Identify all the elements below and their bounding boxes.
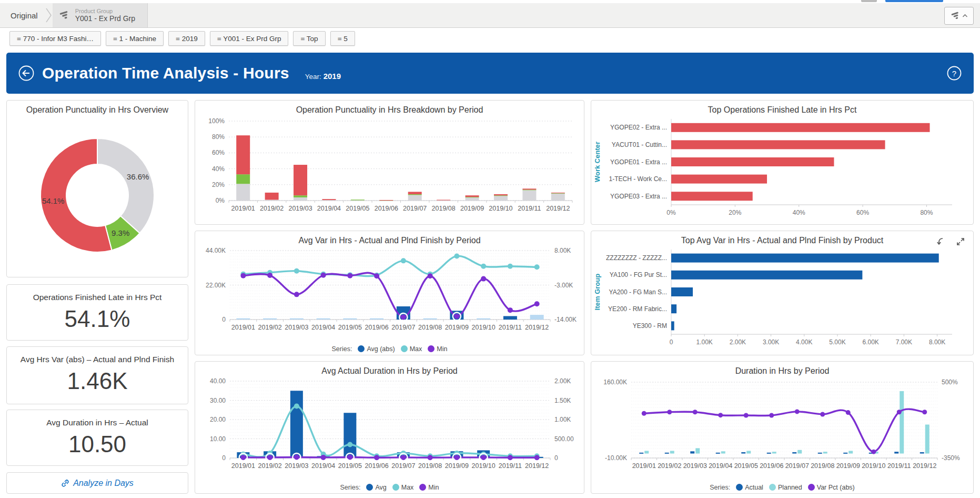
svg-text:9.3%: 9.3%: [112, 228, 129, 237]
svg-text:2019/04: 2019/04: [311, 462, 335, 470]
legend-dot-icon: [736, 484, 743, 491]
drill-down-icon[interactable]: [934, 235, 947, 248]
filter-chip[interactable]: = 770 - Infor M3 Fashi…: [9, 31, 101, 46]
svg-text:2019/03: 2019/03: [285, 324, 308, 331]
breakdown-stacked-bar-chart[interactable]: 0%20%40%60%80%100%2019/012019/022019/032…: [195, 115, 583, 224]
svg-text:2019/01: 2019/01: [231, 324, 255, 331]
svg-text:2019/01: 2019/01: [231, 205, 255, 212]
kpi-value: 10.50: [7, 431, 188, 457]
cutoff-button: [885, 0, 943, 2]
filter-chip[interactable]: = Top: [293, 31, 325, 46]
back-icon[interactable]: [18, 65, 35, 82]
dashboard-menu-button[interactable]: [944, 7, 974, 25]
svg-text:YA200 - FG Man S...: YA200 - FG Man S...: [609, 288, 667, 296]
legend-prefix: Series:: [710, 484, 730, 491]
filter-chip[interactable]: = 2019: [168, 31, 205, 46]
svg-text:2019/10: 2019/10: [472, 462, 496, 470]
svg-text:2019/01: 2019/01: [632, 462, 656, 470]
svg-text:Work Center: Work Center: [593, 142, 601, 182]
avg-duration-combo-chart[interactable]: 40.0030.0020.0010.0002.00K1.50K1.00K500.…: [195, 376, 583, 479]
card-top-avg-var-by-product: Top Avg Var in Hrs - Actual and Plnd Fin…: [591, 231, 974, 355]
svg-text:YE300 - RM: YE300 - RM: [633, 322, 667, 330]
svg-text:2019/07: 2019/07: [391, 462, 415, 470]
legend-item-label: Avg (abs): [367, 345, 395, 353]
chart-title: Duration in Hrs by Period: [591, 362, 973, 376]
card-analyze-link: Analyze in Days: [6, 472, 188, 494]
card-punctuality-overview: Operation Punctuality in Hrs Overview 36…: [6, 100, 188, 277]
svg-text:2019/11: 2019/11: [887, 462, 911, 470]
svg-text:3.00K: 3.00K: [763, 338, 779, 346]
svg-text:2.00K: 2.00K: [730, 338, 746, 346]
cutoff-element: [861, 0, 877, 2]
infor-logo-icon: [951, 11, 961, 21]
avg-var-combo-chart[interactable]: 44.00K22.00K08.00K-3.00K-14.00K2019/0120…: [195, 245, 583, 341]
svg-text:500.00: 500.00: [554, 435, 574, 443]
svg-text:-350%: -350%: [942, 454, 960, 462]
svg-text:2019/03: 2019/03: [683, 462, 707, 470]
svg-text:8.00K: 8.00K: [929, 338, 945, 346]
svg-text:-14.00K: -14.00K: [554, 316, 577, 323]
svg-text:2019/12: 2019/12: [546, 205, 570, 212]
expand-icon[interactable]: [954, 235, 967, 248]
card-breakdown-by-period: Operation Punctuality in Hrs Breakdown b…: [195, 100, 584, 225]
filter-chip[interactable]: = Y001 - Ex Prd Grp: [210, 31, 289, 46]
card-kpi-late-pct: Operations Finished Late in Hrs Pct 54.1…: [6, 284, 188, 341]
svg-text:2019/05: 2019/05: [734, 462, 758, 470]
svg-text:100%: 100%: [208, 117, 225, 125]
svg-text:2019/08: 2019/08: [418, 324, 442, 331]
chart-legend: Series:AvgMaxMin: [195, 484, 584, 491]
chart-legend: Series:Avg (abs)MaxMin: [195, 345, 584, 353]
svg-text:2019/09: 2019/09: [460, 205, 484, 212]
legend-item-label: Max: [410, 345, 422, 353]
svg-text:-3.00K: -3.00K: [554, 282, 573, 289]
chart-title: Avg Var in Hrs - Actual and Plnd Finish …: [195, 231, 584, 245]
card-avg-actual-duration: Avg Actual Duration in Hrs by Period 40.…: [195, 361, 584, 494]
svg-text:2019/03: 2019/03: [285, 462, 308, 470]
breadcrumb-item-current[interactable]: Product Group Y001 - Ex Prd Grp: [53, 3, 148, 27]
svg-text:-10.00K: -10.00K: [605, 454, 627, 462]
svg-text:6.00K: 6.00K: [862, 338, 878, 346]
page-title: Operation Time Analysis - Hours: [42, 64, 289, 82]
duration-combo-chart[interactable]: 160.00K-10.00K500%-350%2019/012019/02201…: [591, 376, 972, 479]
svg-text:0: 0: [222, 316, 226, 323]
analyze-in-days-link[interactable]: Analyze in Days: [7, 473, 188, 493]
svg-text:40%: 40%: [212, 165, 225, 173]
filter-chip[interactable]: = 1 - Machine: [106, 31, 164, 46]
legend-item-label: Max: [401, 484, 414, 491]
svg-text:1.00K: 1.00K: [554, 416, 571, 423]
top-avg-var-hbar-chart[interactable]: 01.00K2.00K3.00K4.00K5.00K6.00K7.00K8.00…: [591, 245, 972, 352]
svg-text:36.6%: 36.6%: [127, 172, 149, 181]
svg-text:44.00K: 44.00K: [206, 247, 226, 254]
svg-text:2019/02: 2019/02: [658, 462, 681, 470]
chart-title: Top Operations Finished Late in Hrs Pct: [591, 101, 973, 115]
svg-text:YE200 - RM Fabric...: YE200 - RM Fabric...: [608, 305, 667, 313]
legend-dot-icon: [419, 484, 426, 491]
svg-text:500%: 500%: [942, 379, 958, 386]
punctuality-overview-donut-chart[interactable]: 36.6%9.3%54.1%: [7, 115, 188, 273]
svg-text:2019/10: 2019/10: [472, 324, 496, 331]
svg-text:20.00: 20.00: [210, 416, 226, 423]
legend-item-label: Var Pct (abs): [817, 484, 855, 491]
svg-text:0: 0: [670, 338, 673, 346]
chart-legend: Series:ActualPlannedVar Pct (abs): [591, 484, 973, 491]
svg-text:2019/09: 2019/09: [445, 324, 469, 331]
svg-text:54.1%: 54.1%: [42, 196, 65, 205]
svg-text:2019/06: 2019/06: [375, 205, 398, 212]
svg-text:2019/02: 2019/02: [258, 324, 282, 331]
svg-text:2019/12: 2019/12: [913, 462, 936, 470]
kpi-title: Avg Duration in Hrs – Actual: [7, 418, 188, 427]
filter-chip[interactable]: = 5: [330, 31, 355, 46]
svg-text:2019/02: 2019/02: [258, 462, 282, 470]
svg-text:YGOPE02 - Extra ...: YGOPE02 - Extra ...: [610, 124, 667, 131]
top-late-hbar-chart[interactable]: 0%20%40%60%80%YGOPE02 - Extra ...YACUT01…: [591, 115, 972, 223]
svg-text:160.00K: 160.00K: [603, 379, 627, 386]
svg-text:2019/10: 2019/10: [489, 205, 512, 212]
breadcrumb-item-original[interactable]: Original: [0, 3, 45, 27]
svg-text:80%: 80%: [920, 209, 933, 216]
svg-text:2019/06: 2019/06: [365, 324, 389, 331]
svg-text:2019/06: 2019/06: [365, 462, 389, 470]
svg-text:ZZZZZZZZ - ZZZZZ...: ZZZZZZZZ - ZZZZZ...: [606, 254, 667, 262]
help-icon[interactable]: ?: [946, 65, 962, 81]
svg-text:2019/04: 2019/04: [311, 324, 335, 331]
svg-text:1-TECH - Work Ce...: 1-TECH - Work Ce...: [609, 175, 667, 183]
